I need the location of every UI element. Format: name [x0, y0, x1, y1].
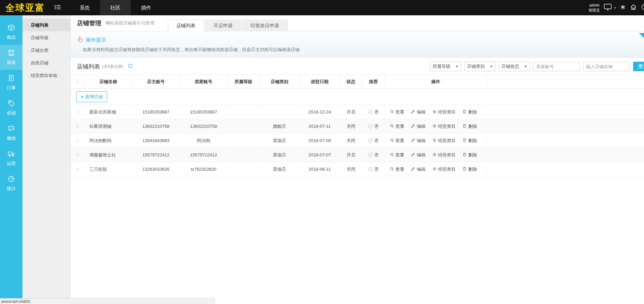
magnifier-icon — [390, 152, 394, 158]
cell-owner-account: 13263010635 — [132, 162, 180, 177]
delete-action[interactable]: 删除 — [462, 123, 477, 130]
category-action[interactable]: 经营类目 — [432, 166, 456, 172]
edit-action[interactable]: 编辑 — [411, 138, 425, 144]
cell-filler — [487, 162, 644, 177]
submenu-item-shop-category[interactable]: ·店铺分类 — [22, 44, 70, 57]
view-action[interactable]: 查看 — [390, 109, 404, 115]
delete-action[interactable]: 删除 — [462, 138, 477, 144]
category-action[interactable]: 经营类目 — [432, 109, 456, 115]
filter-status-select[interactable]: 店铺状态 ▼ — [499, 62, 530, 71]
trash-icon — [462, 167, 467, 172]
submenu-item-self-shop[interactable]: ·自营店铺 — [22, 57, 70, 69]
bullet-icon: · — [27, 35, 29, 40]
view-action[interactable]: 查看 — [390, 166, 404, 172]
sidebar-item-statistics[interactable]: 统计 — [0, 171, 22, 196]
user-info[interactable]: admin 管理员 — [588, 3, 599, 13]
favorite-star-icon[interactable]: ☆ — [75, 138, 80, 143]
search-button[interactable]: 搜索 — [633, 62, 644, 71]
sidebar-item-wechat[interactable]: 微信 — [0, 120, 22, 146]
submenu-item-shop-grade[interactable]: ·店铺等级 — [22, 31, 70, 44]
sidebar-item-merchant[interactable]: 商家 — [0, 45, 22, 70]
pencil-icon — [411, 109, 415, 115]
magnifier-icon — [390, 109, 394, 115]
chevron-down-icon: ▼ — [455, 65, 458, 68]
gear-icon — [432, 167, 437, 172]
add-shop-row: + 新增店铺 — [71, 89, 644, 105]
magnifier-icon — [390, 138, 394, 143]
trash-icon — [462, 152, 467, 158]
cell-status: 关闭 — [340, 162, 362, 177]
view-action[interactable]: 查看 — [390, 123, 404, 130]
logout-button[interactable] — [641, 4, 644, 12]
sidebar-item-operations[interactable]: 运营 — [0, 146, 22, 171]
edit-action[interactable]: 编辑 — [411, 152, 425, 158]
edit-action[interactable]: 编辑 — [411, 123, 425, 130]
cell-filler — [487, 105, 644, 119]
favorite-star-icon[interactable]: ☆ — [75, 109, 80, 115]
clear-cache-button[interactable] — [620, 4, 626, 12]
shop-name-input[interactable] — [583, 62, 630, 71]
delete-action[interactable]: 删除 — [462, 166, 477, 172]
user-name: admin — [588, 3, 599, 7]
category-action[interactable]: 经营类目 — [432, 152, 456, 158]
seller-account-input[interactable] — [533, 62, 580, 71]
header-seller-account: 卖家账号 — [180, 75, 227, 89]
cell-grade — [227, 105, 259, 119]
sidebar-item-label: 微信 — [7, 135, 16, 141]
cell-actions: 查看 编辑 经营类目 删除 — [385, 162, 487, 177]
cell-status: 关闭 — [340, 119, 362, 134]
cell-status: 开启 — [340, 148, 362, 162]
favorite-star-icon[interactable]: ☆ — [75, 166, 80, 172]
sidebar-item-promotion[interactable]: 促销 — [0, 95, 22, 120]
page-subtitle: 网站系统店铺索引与管理 — [106, 20, 154, 26]
favorite-star-icon[interactable]: ☆ — [75, 123, 80, 129]
user-role: 管理员 — [588, 8, 599, 13]
plus-icon: + — [81, 94, 83, 100]
edit-action[interactable]: 编辑 — [411, 109, 425, 115]
pencil-icon — [411, 167, 415, 172]
cell-owner-account: 15180203687 — [132, 105, 180, 119]
delete-action[interactable]: 删除 — [462, 109, 477, 115]
sidebar-toggle-button[interactable] — [51, 4, 65, 11]
pie-chart-icon — [7, 175, 15, 184]
view-action[interactable]: 查看 — [390, 138, 404, 144]
cell-filler — [487, 134, 644, 148]
sidebar-item-label: 统计 — [7, 186, 16, 192]
panel-collapse-icon[interactable] — [639, 33, 644, 38]
caret-down-icon[interactable]: ▾ — [614, 6, 616, 10]
add-shop-button[interactable]: + 新增店铺 — [76, 91, 107, 102]
cell-grade — [227, 148, 259, 162]
sidebar-item-orders[interactable]: 订单 — [0, 70, 22, 95]
tab-open-apply[interactable]: 开店申请 — [205, 20, 241, 31]
sidebar-item-goods[interactable]: 商品 — [0, 19, 22, 45]
tab-category-apply[interactable]: 经营类目申请 — [242, 20, 288, 31]
refresh-button[interactable] — [128, 63, 133, 70]
record-count: (共5条记录) — [102, 64, 124, 70]
table-row: ☆ 新富社区商城 15180203687 15180203687 2018-12… — [71, 105, 644, 119]
filter-category-select[interactable]: 店铺类别 ▼ — [464, 62, 496, 71]
cell-recommend: 否 — [362, 162, 385, 177]
filter-grade-select[interactable]: 所属等级 ▼ — [430, 62, 461, 71]
hint-text: ·如果当前时间超过店铺有效期或店铺处于关闭状态，前台将不能继续浏览该店铺，但是店… — [78, 47, 637, 53]
submenu-item-category-audit[interactable]: ·经营类目审核 — [22, 69, 70, 82]
favorite-star-icon[interactable]: ☆ — [75, 152, 80, 158]
filter-status-label: 店铺状态 — [501, 63, 519, 70]
tab-shop-list[interactable]: 店铺列表 — [168, 20, 204, 31]
nav-item-system[interactable]: 系统 — [69, 0, 100, 15]
cell-grade — [227, 134, 259, 148]
edit-action[interactable]: 编辑 — [411, 166, 425, 172]
category-action[interactable]: 经营类目 — [432, 123, 456, 130]
hint-title: 操作提示 — [86, 37, 106, 43]
refresh-icon — [128, 63, 133, 70]
storefront-preview-button[interactable] — [603, 3, 612, 12]
sidebar-item-label: 商家 — [7, 60, 16, 66]
nav-item-plugins[interactable]: 插件 — [131, 0, 161, 15]
browser-status-bar: javascript:void(0); — [0, 298, 214, 304]
delete-action[interactable]: 删除 — [462, 152, 477, 158]
recommend-label: 否 — [374, 124, 379, 129]
view-action[interactable]: 查看 — [390, 152, 404, 158]
home-button[interactable] — [630, 4, 637, 12]
submenu-item-shop-list[interactable]: ·店铺列表 — [22, 19, 70, 31]
category-action[interactable]: 经营类目 — [432, 138, 456, 144]
nav-item-community[interactable]: 社区 — [100, 0, 131, 15]
